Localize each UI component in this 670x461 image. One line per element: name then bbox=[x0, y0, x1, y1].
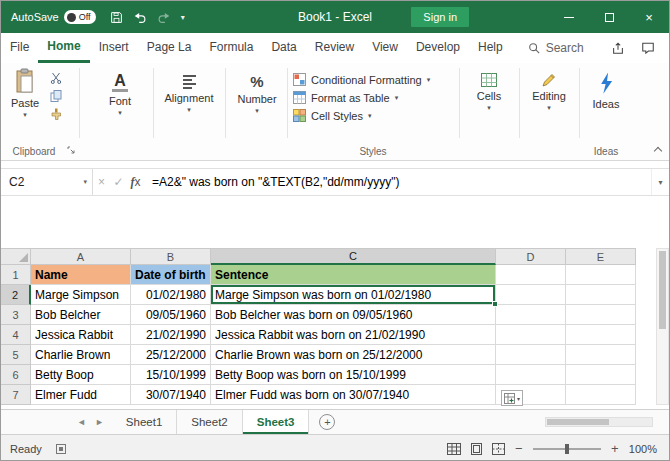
cell-d2[interactable] bbox=[496, 285, 566, 305]
formula-bar-expand-button[interactable]: ▾ bbox=[651, 169, 669, 195]
page-break-view-button[interactable] bbox=[492, 443, 505, 455]
font-group-button[interactable]: A Font ▾ bbox=[91, 73, 149, 116]
column-header-a[interactable]: A bbox=[31, 248, 131, 265]
cell-c4[interactable]: Jessica Rabbit was born on 21/02/1990 bbox=[211, 325, 496, 345]
cell-c6[interactable]: Betty Boop was born on 15/10/1999 bbox=[211, 365, 496, 385]
editing-group-button[interactable]: Editing ▾ bbox=[522, 73, 576, 111]
add-sheet-button[interactable]: + bbox=[319, 414, 335, 430]
tab-developer[interactable]: Develop bbox=[407, 33, 469, 63]
autosave-toggle[interactable]: Off bbox=[64, 10, 96, 24]
row-header-5[interactable]: 5 bbox=[1, 345, 31, 365]
fill-handle[interactable] bbox=[492, 301, 498, 307]
qat-customize-button[interactable]: ▾ bbox=[181, 13, 185, 22]
undo-button[interactable] bbox=[133, 11, 147, 24]
cell-d1[interactable] bbox=[496, 265, 566, 285]
cell-b5[interactable]: 25/12/2000 bbox=[131, 345, 211, 365]
cell-e7[interactable] bbox=[566, 385, 636, 405]
cell-a3[interactable]: Bob Belcher bbox=[31, 305, 131, 325]
redo-button[interactable] bbox=[157, 11, 171, 24]
zoom-out-button[interactable]: − bbox=[514, 443, 524, 455]
cell-a4[interactable]: Jessica Rabbit bbox=[31, 325, 131, 345]
horizontal-scrollbar-thumb[interactable] bbox=[547, 419, 609, 425]
macro-record-button[interactable] bbox=[56, 444, 66, 454]
signin-button[interactable]: Sign in bbox=[411, 7, 469, 27]
tab-insert[interactable]: Insert bbox=[90, 33, 138, 63]
row-header-7[interactable]: 7 bbox=[1, 385, 31, 405]
clipboard-dialog-launcher[interactable] bbox=[67, 144, 75, 156]
cancel-button[interactable]: × bbox=[93, 175, 110, 189]
cell-e3[interactable] bbox=[566, 305, 636, 325]
tab-view[interactable]: View bbox=[363, 33, 407, 63]
zoom-in-button[interactable]: + bbox=[610, 443, 620, 455]
ideas-button[interactable]: Ideas bbox=[583, 71, 629, 110]
tab-help[interactable]: Help bbox=[469, 33, 512, 63]
cell-a1[interactable]: Name bbox=[31, 265, 131, 285]
cell-a2[interactable]: Marge Simpson bbox=[31, 285, 131, 305]
cell-e2[interactable] bbox=[566, 285, 636, 305]
sheet-tab-sheet1[interactable]: Sheet1 bbox=[112, 410, 177, 434]
cell-c2-selected[interactable]: Marge Simpson was born on 01/02/1980 bbox=[211, 285, 496, 305]
cell-b3[interactable]: 09/05/1960 bbox=[131, 305, 211, 325]
enter-button[interactable]: ✓ bbox=[110, 175, 127, 189]
vertical-scrollbar-thumb[interactable] bbox=[659, 251, 666, 329]
cell-b4[interactable]: 21/02/1990 bbox=[131, 325, 211, 345]
zoom-slider-thumb[interactable] bbox=[565, 444, 569, 454]
cell-d5[interactable] bbox=[496, 345, 566, 365]
cell-d3[interactable] bbox=[496, 305, 566, 325]
sheet-tab-sheet3[interactable]: Sheet3 bbox=[243, 410, 310, 434]
row-header-1[interactable]: 1 bbox=[1, 265, 31, 285]
number-group-button[interactable]: % Number ▾ bbox=[229, 73, 285, 114]
column-header-d[interactable]: D bbox=[496, 248, 566, 265]
name-box[interactable]: C2 ▾ bbox=[1, 169, 93, 195]
cell-d4[interactable] bbox=[496, 325, 566, 345]
comment-icon[interactable] bbox=[641, 41, 655, 55]
cell-c5[interactable]: Charlie Brown was born on 25/12/2000 bbox=[211, 345, 496, 365]
row-header-4[interactable]: 4 bbox=[1, 325, 31, 345]
tab-review[interactable]: Review bbox=[306, 33, 363, 63]
cell-styles-button[interactable]: Cell Styles ▾ bbox=[293, 107, 453, 124]
tab-home[interactable]: Home bbox=[38, 33, 89, 63]
normal-view-button[interactable] bbox=[447, 443, 461, 455]
cell-a7[interactable]: Elmer Fudd bbox=[31, 385, 131, 405]
tab-page-layout[interactable]: Page La bbox=[138, 33, 201, 63]
cell-a6[interactable]: Betty Boop bbox=[31, 365, 131, 385]
cell-b2[interactable]: 01/02/1980 bbox=[131, 285, 211, 305]
formula-input[interactable]: =A2&" was born on "&TEXT(B2,"dd/mm/yyyy"… bbox=[144, 175, 651, 189]
cell-c3[interactable]: Bob Belcher was born on 09/05/1960 bbox=[211, 305, 496, 325]
cell-b7[interactable]: 30/07/1940 bbox=[131, 385, 211, 405]
column-header-e[interactable]: E bbox=[566, 248, 636, 265]
cells-group-button[interactable]: Cells ▾ bbox=[463, 73, 515, 111]
close-button[interactable]: × bbox=[629, 1, 669, 33]
alignment-group-button[interactable]: Alignment ▾ bbox=[157, 75, 221, 113]
cell-c1[interactable]: Sentence bbox=[211, 265, 496, 285]
fill-options-button[interactable]: ▾ bbox=[501, 390, 523, 406]
column-header-c[interactable]: C bbox=[211, 248, 496, 265]
conditional-formatting-button[interactable]: Conditional Formatting ▾ bbox=[293, 71, 453, 88]
cell-d6[interactable] bbox=[496, 365, 566, 385]
row-header-6[interactable]: 6 bbox=[1, 365, 31, 385]
row-header-2[interactable]: 2 bbox=[1, 285, 31, 305]
cell-b6[interactable]: 15/10/1999 bbox=[131, 365, 211, 385]
row-header-3[interactable]: 3 bbox=[1, 305, 31, 325]
share-icon[interactable] bbox=[611, 41, 625, 55]
zoom-level[interactable]: 100% bbox=[629, 443, 657, 455]
save-button[interactable] bbox=[110, 11, 123, 24]
copy-button[interactable] bbox=[47, 88, 65, 104]
tab-data[interactable]: Data bbox=[262, 33, 305, 63]
cell-a5[interactable]: Charlie Brown bbox=[31, 345, 131, 365]
sheet-tab-sheet2[interactable]: Sheet2 bbox=[177, 410, 242, 434]
sheet-nav-right-icon[interactable]: ► bbox=[95, 417, 104, 427]
horizontal-scrollbar[interactable] bbox=[545, 417, 653, 427]
tab-formulas[interactable]: Formula bbox=[200, 33, 262, 63]
minimize-button[interactable] bbox=[549, 1, 589, 33]
collapse-ribbon-button[interactable] bbox=[655, 148, 661, 154]
sheet-nav-left-icon[interactable]: ◄ bbox=[77, 417, 86, 427]
insert-function-button[interactable]: fx bbox=[127, 175, 144, 190]
cut-button[interactable] bbox=[47, 70, 65, 86]
zoom-slider[interactable] bbox=[533, 443, 601, 455]
format-painter-button[interactable] bbox=[47, 106, 65, 122]
maximize-button[interactable] bbox=[589, 1, 629, 33]
cell-b1[interactable]: Date of birth bbox=[131, 265, 211, 285]
page-layout-view-button[interactable] bbox=[470, 443, 483, 455]
paste-button[interactable]: Paste ▾ bbox=[6, 68, 44, 118]
